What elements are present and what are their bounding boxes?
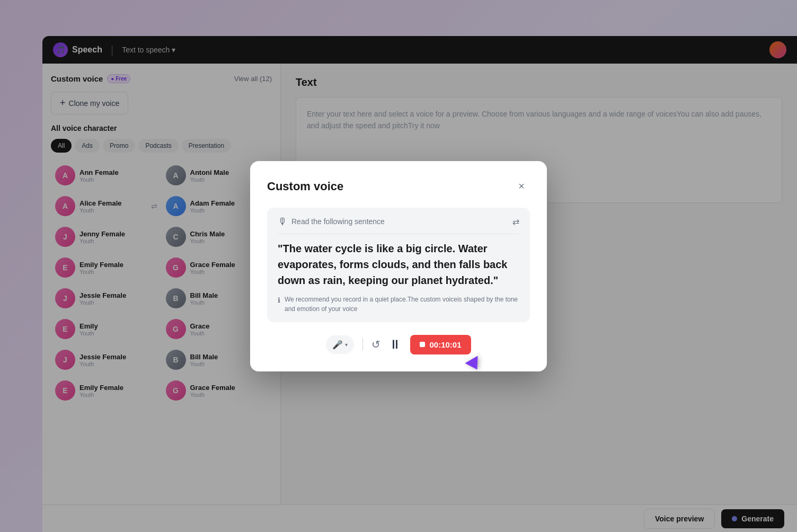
cursor-pointer [465, 356, 483, 373]
sentence-text: "The water cycle is like a big circle. W… [278, 241, 519, 288]
sentence-header: 🎙 Read the following sentence ⇄ [278, 216, 519, 234]
sentence-box: 🎙 Read the following sentence ⇄ "The wat… [267, 208, 530, 322]
controls-divider [362, 338, 363, 351]
shuffle-icon[interactable]: ⇄ [512, 217, 519, 227]
modal-close-button[interactable]: × [513, 178, 530, 195]
cursor-wrapper: 00:10:01 [410, 335, 471, 354]
pause-button[interactable]: ⏸ [389, 337, 402, 352]
reset-button[interactable]: ↺ [371, 338, 380, 351]
record-button[interactable]: 00:10:01 [410, 335, 471, 354]
info-icon: ℹ [278, 295, 280, 314]
info-box: ℹ We recommend you record in a quiet pla… [278, 295, 519, 314]
modal-overlay[interactable]: Custom voice × 🎙 Read the following sent… [0, 0, 797, 532]
record-stop-icon [420, 342, 425, 347]
modal-title: Custom voice [267, 180, 343, 193]
modal-header: Custom voice × [267, 178, 530, 195]
mic-control-button[interactable]: 🎤 ▾ [326, 335, 354, 354]
mic-icon: 🎙 [278, 216, 287, 227]
sentence-label: 🎙 Read the following sentence [278, 216, 385, 227]
microphone-icon: 🎤 [332, 340, 343, 350]
recording-controls: 🎤 ▾ ↺ ⏸ 00:10:01 [267, 335, 530, 354]
chevron-down-icon: ▾ [345, 342, 348, 348]
custom-voice-modal: Custom voice × 🎙 Read the following sent… [250, 161, 547, 371]
